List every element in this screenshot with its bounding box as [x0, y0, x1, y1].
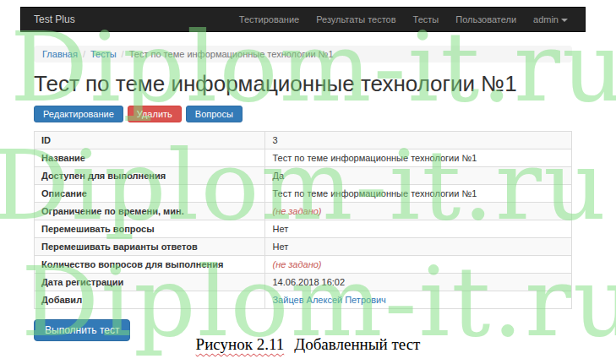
- table-row: ДобавилЗайцев Алексей Петрович: [35, 291, 572, 309]
- row-label: Количество вопросов для выполнения: [35, 256, 265, 274]
- document-page: { "watermark": { "text": "Diplom-it.ru",…: [0, 0, 616, 364]
- table-row: Количество вопросов для выполнения(не за…: [35, 256, 572, 274]
- page-title: Тест по теме информационные технологии №…: [34, 71, 572, 97]
- row-label: Добавил: [35, 291, 265, 309]
- breadcrumb-item-1[interactable]: Главная: [42, 49, 78, 59]
- row-label: Ограничение по времени, мин.: [35, 203, 265, 220]
- table-row: ОписаниеТест по теме информационные техн…: [35, 185, 572, 203]
- row-value: 3: [265, 132, 572, 149]
- main-content: Главная/Тесты/Тест по теме информационны…: [20, 46, 586, 341]
- row-value: (не задано): [265, 256, 572, 274]
- navbar-brand[interactable]: Test Plus: [34, 14, 75, 25]
- table-row: Ограничение по времени, мин.(не задано): [35, 203, 572, 220]
- breadcrumb-item-2[interactable]: Тесты: [90, 49, 117, 59]
- browser-screenshot: Test Plus ТестированиеРезультаты тестовТ…: [20, 7, 586, 341]
- row-value: Нет: [265, 220, 572, 238]
- row-value: 14.06.2018 16:02: [265, 274, 572, 291]
- navbar-item-2[interactable]: Результаты тестов: [316, 14, 395, 24]
- breadcrumb-separator: /: [122, 49, 124, 59]
- row-value: Да: [265, 167, 572, 185]
- row-label: Название: [35, 149, 265, 167]
- questions-button[interactable]: Вопросы: [186, 106, 243, 122]
- row-label: Дата регистрации: [35, 274, 265, 291]
- user-menu-label: admin: [533, 14, 559, 24]
- table-row: НазваниеТест по теме информационные техн…: [35, 149, 572, 167]
- breadcrumb-separator: /: [83, 49, 85, 59]
- figure-title: Добавленный тест: [294, 335, 420, 353]
- row-label: Доступен для выполнения: [35, 167, 265, 185]
- navbar-user-menu[interactable]: admin: [533, 14, 568, 24]
- table-row: Перемешивать варианты ответовНет: [35, 238, 572, 256]
- navbar-menu: ТестированиеРезультаты тестовТестыПользо…: [239, 14, 568, 24]
- row-value: (не задано): [265, 203, 572, 220]
- row-value: Нет: [265, 238, 572, 256]
- figure-number: Рисунок 2.11: [196, 335, 285, 353]
- table-row: Перемешивать вопросыНет: [35, 220, 572, 238]
- action-buttons: Редактирование Удалить Вопросы: [34, 106, 572, 122]
- row-value: Тест по теме информационные технологии №…: [265, 149, 572, 167]
- breadcrumb-item-3: Тест по теме информационные технологии №…: [129, 49, 334, 59]
- row-value: Тест по теме информационные технологии №…: [265, 185, 572, 203]
- table-row: ID3: [35, 132, 572, 149]
- table-row: Дата регистрации14.06.2018 16:02: [35, 274, 572, 291]
- row-label: Перемешивать варианты ответов: [35, 238, 265, 256]
- row-label: Перемешивать вопросы: [35, 220, 265, 238]
- edit-button[interactable]: Редактирование: [34, 106, 123, 122]
- row-value[interactable]: Зайцев Алексей Петрович: [265, 291, 572, 309]
- navbar-item-1[interactable]: Тестирование: [239, 14, 299, 24]
- row-label: ID: [35, 132, 265, 149]
- breadcrumb: Главная/Тесты/Тест по теме информационны…: [34, 46, 572, 62]
- navbar-item-3[interactable]: Тесты: [413, 14, 439, 24]
- test-details-table: ID3НазваниеТест по теме информационные т…: [34, 131, 572, 309]
- row-label: Описание: [35, 185, 265, 203]
- top-navbar: Test Plus ТестированиеРезультаты тестовТ…: [20, 7, 586, 32]
- figure-caption: Рисунок 2.11Добавленный тест: [0, 335, 616, 354]
- chevron-down-icon: [561, 19, 568, 22]
- delete-button[interactable]: Удалить: [128, 106, 182, 122]
- table-row: Доступен для выполненияДа: [35, 167, 572, 185]
- navbar-item-4[interactable]: Пользователи: [455, 14, 516, 24]
